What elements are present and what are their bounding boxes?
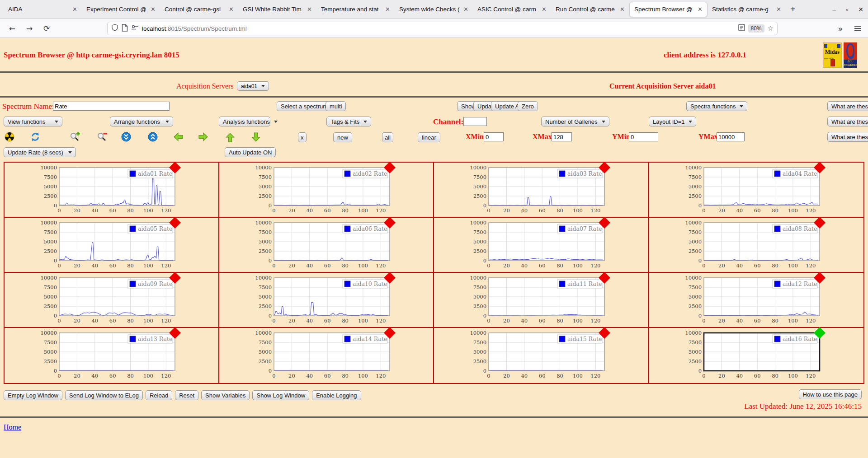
- spectrum-plot-aida10[interactable]: 025005000750010000020406080100120aida10 …: [254, 275, 399, 326]
- gallery-cell-aida06[interactable]: 025005000750010000020406080100120aida06 …: [219, 218, 434, 273]
- tab-close-icon[interactable]: ✕: [618, 6, 627, 13]
- zoom-level-badge[interactable]: 80%: [748, 24, 764, 33]
- spectrum-plot-aida12[interactable]: 025005000750010000020406080100120aida12 …: [684, 275, 829, 326]
- show-log-window-button[interactable]: Show Log Window: [252, 390, 309, 400]
- auto-update-button[interactable]: Auto Update ON: [225, 147, 276, 157]
- home-link[interactable]: Home: [4, 423, 21, 431]
- zoom-in-icon[interactable]: [70, 132, 80, 142]
- tab-close-icon[interactable]: ✕: [305, 6, 314, 13]
- tab-close-icon[interactable]: ✕: [149, 6, 157, 13]
- spectrum-plot-aida01[interactable]: 025005000750010000020406080100120aida01 …: [39, 165, 184, 215]
- tab-close-icon[interactable]: ✕: [540, 6, 548, 13]
- tab-7[interactable]: ASIC Control @ carm✕: [473, 2, 551, 17]
- gallery-cell-aida08[interactable]: 025005000750010000020406080100120aida08 …: [649, 218, 863, 273]
- gallery-cell-aida02[interactable]: 025005000750010000020406080100120aida02 …: [219, 163, 434, 218]
- gallery-cell-aida16[interactable]: 025005000750010000020406080100120aida16 …: [649, 328, 863, 383]
- url-text[interactable]: localhost:8015/Spectrum/Spectrum.tml: [142, 25, 247, 32]
- reload-icon[interactable]: ⟳: [41, 23, 52, 34]
- gallery-cell-aida14[interactable]: 025005000750010000020406080100120aida14 …: [219, 328, 434, 383]
- gallery-cell-aida10[interactable]: 025005000750010000020406080100120aida10 …: [219, 273, 434, 328]
- permissions-icon[interactable]: [131, 24, 139, 33]
- arrow-left-icon[interactable]: [173, 132, 183, 142]
- ymax-input[interactable]: [717, 132, 745, 141]
- new-tab-button[interactable]: +: [786, 4, 800, 14]
- tab-1[interactable]: AIDA✕: [4, 2, 82, 17]
- radioactive-icon[interactable]: [5, 132, 14, 142]
- view-functions-dropdown[interactable]: View functions: [4, 117, 62, 126]
- minimize-button[interactable]: –: [833, 6, 836, 13]
- maximize-button[interactable]: ▫: [846, 6, 848, 13]
- gallery-cell-aida15[interactable]: 025005000750010000020406080100120aida15 …: [434, 328, 649, 383]
- tab-5[interactable]: Temperature and stat✕: [316, 2, 395, 17]
- tab-close-icon[interactable]: ✕: [696, 6, 704, 13]
- what-are-these-button-1[interactable]: What are these?: [827, 101, 868, 111]
- what-are-these-button-2[interactable]: What are these?: [827, 117, 868, 126]
- close-button[interactable]: ✕: [858, 6, 863, 13]
- spectrum-plot-aida13[interactable]: 025005000750010000020406080100120aida13 …: [39, 330, 184, 381]
- arrange-functions-dropdown[interactable]: Arrange functions: [110, 117, 173, 126]
- how-to-use-button[interactable]: How to use this page: [799, 389, 862, 399]
- spectra-functions-dropdown[interactable]: Spectra functions: [686, 101, 747, 111]
- gallery-cell-aida13[interactable]: 025005000750010000020406080100120aida13 …: [5, 328, 219, 383]
- gallery-cell-aida01[interactable]: 025005000750010000020406080100120aida01 …: [5, 163, 219, 218]
- update-rate-dropdown[interactable]: Update Rate (8 secs): [4, 147, 76, 157]
- multi-button[interactable]: multi: [326, 101, 346, 111]
- enable-logging-button[interactable]: Enable Logging: [312, 390, 361, 400]
- tab-close-icon[interactable]: ✕: [462, 6, 470, 13]
- shield-icon[interactable]: [111, 23, 118, 33]
- send-log-window-to-elog-button[interactable]: Send Log Window to ELog: [65, 390, 143, 400]
- spectrum-plot-aida15[interactable]: 025005000750010000020406080100120aida15 …: [469, 330, 613, 381]
- spectrum-name-input[interactable]: [53, 102, 170, 111]
- gallery-cell-aida03[interactable]: 025005000750010000020406080100120aida03 …: [434, 163, 649, 218]
- expand-vertical-icon[interactable]: [148, 132, 158, 142]
- spectrum-plot-aida05[interactable]: 025005000750010000020406080100120aida05 …: [39, 220, 184, 271]
- spectrum-plot-aida06[interactable]: 025005000750010000020406080100120aida06 …: [254, 220, 399, 271]
- channel-input[interactable]: [463, 117, 487, 126]
- tab-9[interactable]: Spectrum Browser @✕: [629, 2, 708, 17]
- analysis-functions-dropdown[interactable]: Analysis functions: [219, 117, 270, 126]
- spectrum-plot-aida14[interactable]: 025005000750010000020406080100120aida14 …: [254, 330, 399, 381]
- tab-close-icon[interactable]: ✕: [71, 6, 79, 13]
- bookmark-star-icon[interactable]: ☆: [768, 24, 774, 33]
- linear-button[interactable]: linear: [418, 132, 440, 142]
- arrow-right-icon[interactable]: [198, 132, 208, 142]
- arrow-down-icon[interactable]: [251, 132, 261, 142]
- forward-icon[interactable]: →: [24, 23, 35, 34]
- spectrum-plot-aida16[interactable]: 025005000750010000020406080100120aida16 …: [684, 330, 829, 381]
- tab-close-icon[interactable]: ✕: [774, 6, 783, 13]
- arrow-up-icon[interactable]: [225, 132, 235, 142]
- zero-button[interactable]: Zero: [518, 101, 538, 111]
- gallery-cell-aida04[interactable]: 025005000750010000020406080100120aida04 …: [649, 163, 863, 218]
- new-button[interactable]: new: [333, 132, 352, 142]
- tab-10[interactable]: Statistics @ carme-g✕: [708, 2, 786, 17]
- compress-vertical-icon[interactable]: [121, 132, 131, 142]
- spectrum-plot-aida04[interactable]: 025005000750010000020406080100120aida04 …: [684, 165, 829, 215]
- spectrum-plot-aida09[interactable]: 025005000750010000020406080100120aida09 …: [39, 275, 184, 326]
- spectrum-plot-aida07[interactable]: 025005000750010000020406080100120aida07 …: [469, 220, 613, 271]
- refresh-icon[interactable]: [30, 132, 40, 142]
- back-icon[interactable]: ←: [6, 23, 18, 34]
- overflow-menu-icon[interactable]: »: [835, 23, 846, 34]
- zoom-out-icon[interactable]: [97, 132, 107, 142]
- x-button[interactable]: x: [298, 132, 307, 142]
- spectrum-plot-aida03[interactable]: 025005000750010000020406080100120aida03 …: [469, 165, 613, 215]
- tab-close-icon[interactable]: ✕: [227, 6, 236, 13]
- xmin-input[interactable]: [484, 132, 504, 141]
- reader-view-icon[interactable]: [738, 24, 745, 33]
- gallery-cell-aida07[interactable]: 025005000750010000020406080100120aida07 …: [434, 218, 649, 273]
- what-are-these-button-3[interactable]: What are these?: [827, 132, 868, 142]
- layout-id-dropdown[interactable]: Layout ID=1: [649, 117, 696, 126]
- all-button[interactable]: all: [382, 132, 393, 142]
- acquisition-server-select[interactable]: aida01: [237, 81, 269, 91]
- xmax-input[interactable]: [552, 132, 572, 141]
- empty-log-window-button[interactable]: Empty Log Window: [4, 390, 62, 400]
- ymin-input[interactable]: [629, 132, 658, 141]
- reset-button[interactable]: Reset: [175, 390, 198, 400]
- tab-2[interactable]: Experiment Control @✕: [82, 2, 160, 17]
- tags-fits-dropdown[interactable]: Tags & Fits: [326, 117, 371, 126]
- tab-close-icon[interactable]: ✕: [383, 6, 392, 13]
- spectrum-plot-aida02[interactable]: 025005000750010000020406080100120aida02 …: [254, 165, 399, 215]
- show-variables-button[interactable]: Show Variables: [201, 390, 250, 400]
- spectrum-plot-aida08[interactable]: 025005000750010000020406080100120aida08 …: [684, 220, 829, 271]
- number-of-galleries-dropdown[interactable]: Number of Galleries: [541, 117, 609, 126]
